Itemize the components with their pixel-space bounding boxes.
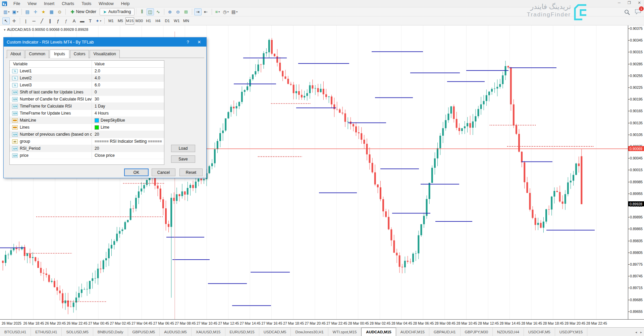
- value-cell[interactable]: 20: [92, 131, 164, 138]
- menu-window[interactable]: Window: [95, 0, 117, 7]
- symbol-tab-btcusd[interactable]: BTCUSD,H1: [0, 328, 31, 336]
- symbol-tab-usdcad[interactable]: USDCAD,M5: [259, 328, 291, 336]
- time-axis[interactable]: 26 Mar 202526 Mar 18:4526 Mar 20:4526 Ma…: [0, 319, 644, 327]
- timeframe-h4[interactable]: H4: [154, 17, 162, 24]
- value-cell[interactable]: 4.0: [92, 75, 164, 81]
- input-row[interactable]: 123Number of Candle for Calculate RSI Le…: [10, 96, 164, 103]
- terminal-icon[interactable]: ▦: [48, 8, 55, 15]
- symbol-tab-audchf[interactable]: AUDCHF,M15: [396, 328, 429, 336]
- input-row[interactable]: LinesLime: [10, 124, 164, 131]
- save-button[interactable]: Save: [171, 155, 195, 163]
- arrows-icon[interactable]: ✦▾: [95, 17, 102, 24]
- symbol-tab-dowjones30[interactable]: DowJones30,H1: [291, 328, 328, 336]
- tab-visualization[interactable]: Visualization: [90, 50, 119, 58]
- menu-insert[interactable]: Insert: [40, 0, 58, 7]
- data-window-icon[interactable]: ✛: [32, 8, 39, 15]
- vertical-line-icon[interactable]: |: [22, 17, 30, 24]
- input-row[interactable]: MainLineDeepSkyBlue: [10, 117, 164, 124]
- value-cell[interactable]: 20: [92, 145, 164, 152]
- timeframe-h1[interactable]: H1: [144, 17, 153, 24]
- symbol-tab-xauusd[interactable]: XAUUSD,M15: [192, 328, 225, 336]
- trendline-icon[interactable]: ╱: [38, 17, 46, 24]
- horizontal-line-icon[interactable]: ─: [30, 17, 38, 24]
- symbol-tab-nzdusd[interactable]: NZDUSD,H4: [493, 328, 524, 336]
- channel-icon[interactable]: ∥: [46, 17, 54, 24]
- symbol-tab-bnbusd[interactable]: BNBUSD,Daily: [93, 328, 128, 336]
- timeframe-m30[interactable]: M30: [135, 17, 144, 24]
- timeframe-m5[interactable]: M5: [116, 17, 125, 24]
- symbol-tab-gbpaud[interactable]: GBPAUD,H1: [429, 328, 461, 336]
- new-order-button[interactable]: ✚ New Order: [67, 8, 100, 15]
- dropdown-arrow-icon[interactable]: ▾: [100, 19, 101, 22]
- restore-button[interactable]: ❐: [627, 1, 632, 5]
- dropdown-arrow-icon[interactable]: ▾: [227, 10, 229, 13]
- scroll-right-icon[interactable]: ▸: [640, 330, 642, 334]
- symbol-tab-audcad[interactable]: AUDCAD,M15: [361, 328, 396, 336]
- menu-charts[interactable]: Charts: [58, 0, 78, 7]
- value-cell[interactable]: 2.0: [92, 68, 164, 74]
- periods-icon[interactable]: ◷▾: [222, 8, 230, 15]
- value-cell[interactable]: Lime: [92, 124, 164, 131]
- symbol-tab-gbpjpy[interactable]: GBPJPY,M30: [461, 328, 493, 336]
- chart-shift-icon[interactable]: ⇤: [202, 8, 210, 15]
- new-chart-icon[interactable]: ▥▾: [2, 8, 10, 15]
- fibo-expansion-icon[interactable]: ƒ: [62, 17, 70, 24]
- input-row[interactable]: 123Number of previous candles (based on …: [10, 131, 164, 138]
- input-row[interactable]: 123RSI_Period20: [10, 145, 164, 152]
- symbol-tab-solusd[interactable]: SOLUSD,M5: [62, 328, 93, 336]
- dropdown-arrow-icon[interactable]: ▾: [236, 10, 237, 13]
- tab-scroll-arrows[interactable]: ◂▸: [635, 328, 642, 336]
- timeframe-d1[interactable]: D1: [163, 17, 172, 24]
- chart-caret-icon[interactable]: ▼: [3, 28, 6, 31]
- dropdown-arrow-icon[interactable]: ▾: [17, 10, 18, 13]
- price-axis[interactable]: 0.903750.903450.903150.902850.902550.902…: [628, 25, 644, 319]
- symbol-tab-usdjpy[interactable]: USDJPY,M15: [555, 328, 587, 336]
- tab-about[interactable]: About: [7, 50, 24, 58]
- line-chart-icon[interactable]: ∿: [155, 8, 162, 15]
- timeframe-w1[interactable]: W1: [172, 17, 181, 24]
- dialog-close-icon[interactable]: ✕: [194, 38, 205, 47]
- symbol-tab-wti.spot[interactable]: WTI.spot,M15: [328, 328, 362, 336]
- fibonacci-icon[interactable]: ƒ: [54, 17, 62, 24]
- zoom-out-icon[interactable]: ⊖: [174, 8, 182, 15]
- autotrading-button[interactable]: ➤ AutoTrading: [100, 8, 135, 15]
- auto-scroll-icon[interactable]: ⇥: [194, 8, 202, 15]
- menu-tools[interactable]: Tools: [78, 0, 95, 7]
- cancel-button[interactable]: Cancel: [152, 169, 175, 176]
- tab-common[interactable]: Common: [25, 50, 49, 58]
- scroll-left-icon[interactable]: ◂: [635, 330, 637, 334]
- resize-grip[interactable]: ⋰: [203, 174, 206, 178]
- timeframe-m15[interactable]: M15: [125, 17, 134, 24]
- value-cell[interactable]: 4 Hours: [92, 110, 164, 117]
- timeframe-m1[interactable]: M1: [107, 17, 115, 24]
- symbol-tab-usdchf[interactable]: USDCHF,M5: [524, 328, 555, 336]
- input-row[interactable]: ½Level36.0: [10, 82, 164, 89]
- input-row[interactable]: 123TimeFrame for Calculate RSI1 Day: [10, 103, 164, 110]
- input-row[interactable]: 123Shift of last candle for Update Lines…: [10, 89, 164, 96]
- tab-colors[interactable]: Colors: [70, 50, 89, 58]
- dropdown-arrow-icon[interactable]: ▾: [8, 10, 9, 13]
- value-cell[interactable]: Close price: [92, 152, 164, 159]
- value-cell[interactable]: 30: [92, 96, 164, 103]
- symbol-tab-audusd[interactable]: AUDUSD,M5: [160, 328, 192, 336]
- templates-icon[interactable]: ▤▾: [230, 8, 238, 15]
- symbol-tab-eurusd[interactable]: EURUSD,M15: [225, 328, 259, 336]
- input-row[interactable]: 123priceClose price: [10, 152, 164, 159]
- reset-button[interactable]: Reset: [179, 169, 203, 176]
- text-icon[interactable]: A: [70, 17, 78, 24]
- value-cell[interactable]: 1 Day: [92, 103, 164, 110]
- tab-inputs[interactable]: Inputs: [50, 50, 69, 58]
- symbol-tab-gbpusd[interactable]: GBPUSD,M5: [128, 328, 160, 336]
- search-icon[interactable]: [624, 9, 630, 15]
- value-cell[interactable]: DeepSkyBlue: [92, 117, 164, 124]
- tile-windows-icon[interactable]: ⊞: [182, 8, 190, 15]
- input-row[interactable]: abgroup====== RSI Indicator Setting ====…: [10, 138, 164, 145]
- close-button[interactable]: ✕: [637, 1, 642, 5]
- input-row[interactable]: ½Level12.0: [10, 68, 164, 75]
- shapes-icon[interactable]: ▬: [78, 17, 86, 24]
- load-button[interactable]: Load: [171, 145, 195, 152]
- zoom-in-icon[interactable]: ⊕: [166, 8, 174, 15]
- market-watch-icon[interactable]: ▤: [24, 8, 31, 15]
- value-cell[interactable]: ====== RSI Indicator Setting ======: [92, 138, 164, 145]
- indicators-icon[interactable]: ≡▾: [214, 8, 221, 15]
